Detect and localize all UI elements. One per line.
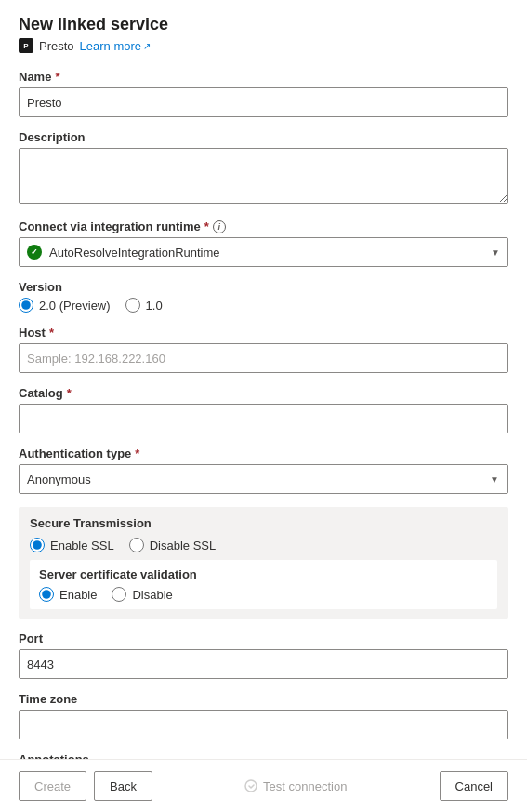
enable-ssl-label: Enable SSL xyxy=(50,539,114,552)
description-field-group: Description xyxy=(19,130,508,206)
presto-icon: P xyxy=(19,38,33,53)
annotations-label: Annotations xyxy=(19,752,508,759)
timezone-field-group: Time zone xyxy=(19,692,508,739)
enable-ssl-radio[interactable] xyxy=(30,538,45,552)
version-option2-radio[interactable] xyxy=(125,298,140,313)
disable-ssl-label: Disable SSL xyxy=(150,539,217,552)
learn-more-link[interactable]: Learn more ↗ xyxy=(80,39,151,53)
timezone-input[interactable] xyxy=(19,710,508,739)
name-required: * xyxy=(55,70,59,84)
external-link-icon: ↗ xyxy=(143,41,151,51)
version-option1-item[interactable]: 2.0 (Preview) xyxy=(19,298,111,313)
version-radio-group: 2.0 (Preview) 1.0 xyxy=(19,298,508,313)
cert-enable-label: Enable xyxy=(59,588,97,602)
auth-dropdown-container: Anonymous ▼ xyxy=(19,464,508,494)
test-connection-icon xyxy=(244,779,257,792)
auth-required: * xyxy=(135,446,139,460)
cert-enable-radio[interactable] xyxy=(39,587,54,602)
cert-disable-label: Disable xyxy=(132,588,172,602)
cert-enable-item[interactable]: Enable xyxy=(39,587,97,602)
cert-radio-group: Enable Disable xyxy=(39,587,488,602)
test-connection-label: Test connection xyxy=(263,779,347,793)
secure-label: Secure Transmission xyxy=(30,516,497,530)
secure-section: Secure Transmission Enable SSL Disable S… xyxy=(19,507,508,619)
annotations-section: Annotations + New xyxy=(19,752,508,759)
description-label: Description xyxy=(19,130,508,144)
host-required: * xyxy=(49,326,54,339)
catalog-label: Catalog * xyxy=(19,386,508,400)
auth-field-group: Authentication type * Anonymous ▼ xyxy=(19,446,508,494)
version-option1-label: 2.0 (Preview) xyxy=(39,299,111,313)
catalog-input[interactable] xyxy=(19,404,508,433)
port-field-group: Port xyxy=(19,632,508,679)
connect-required: * xyxy=(204,220,209,233)
create-button[interactable]: Create xyxy=(19,771,86,801)
page-title: New linked service xyxy=(19,15,508,34)
footer-bar: Create Back Test connection Cancel xyxy=(0,759,527,812)
version-option2-label: 1.0 xyxy=(146,299,163,313)
name-field-group: Name * xyxy=(19,70,508,117)
connect-info-icon[interactable]: i xyxy=(213,220,226,233)
cert-validation-label: Server certificate validation xyxy=(39,567,488,581)
connect-field-group: Connect via integration runtime * i Auto… xyxy=(19,220,508,267)
host-label: Host * xyxy=(19,326,508,339)
version-option1-radio[interactable] xyxy=(19,298,33,313)
ssl-radio-group: Enable SSL Disable SSL xyxy=(30,538,497,552)
service-type-label: Presto xyxy=(39,39,74,53)
version-label: Version xyxy=(19,280,508,294)
description-input[interactable] xyxy=(19,148,508,204)
port-input[interactable] xyxy=(19,649,508,679)
connect-label: Connect via integration runtime * i xyxy=(19,220,508,233)
port-label: Port xyxy=(19,632,508,646)
disable-ssl-item[interactable]: Disable SSL xyxy=(129,538,217,552)
cert-validation-section: Server certificate validation Enable Dis… xyxy=(30,560,497,609)
catalog-required: * xyxy=(67,386,72,400)
name-input[interactable] xyxy=(19,87,508,117)
timezone-label: Time zone xyxy=(19,692,508,706)
learn-more-text: Learn more xyxy=(80,39,141,53)
enable-ssl-item[interactable]: Enable SSL xyxy=(30,538,114,552)
version-field-group: Version 2.0 (Preview) 1.0 xyxy=(19,280,508,313)
test-connection-button: Test connection xyxy=(244,779,347,793)
connect-check-icon xyxy=(27,245,42,260)
cert-disable-item[interactable]: Disable xyxy=(112,587,172,602)
connect-value: AutoResolveIntegrationRuntime xyxy=(49,246,491,260)
name-label: Name * xyxy=(19,70,508,84)
svg-point-0 xyxy=(245,780,257,792)
host-field-group: Host * xyxy=(19,326,508,373)
connect-chevron-icon: ▼ xyxy=(491,247,500,258)
cert-disable-radio[interactable] xyxy=(112,587,126,602)
disable-ssl-radio[interactable] xyxy=(129,538,144,552)
panel: New linked service P Presto Learn more ↗… xyxy=(0,0,527,812)
subtitle-row: P Presto Learn more ↗ xyxy=(19,38,508,53)
auth-dropdown[interactable]: Anonymous xyxy=(19,464,508,494)
connect-dropdown[interactable]: AutoResolveIntegrationRuntime ▼ xyxy=(19,237,508,267)
catalog-field-group: Catalog * xyxy=(19,386,508,433)
back-button[interactable]: Back xyxy=(94,771,152,801)
version-option2-item[interactable]: 1.0 xyxy=(125,298,163,313)
content-area: New linked service P Presto Learn more ↗… xyxy=(0,0,527,759)
cancel-button[interactable]: Cancel xyxy=(440,771,508,801)
host-input[interactable] xyxy=(19,343,508,373)
auth-label: Authentication type * xyxy=(19,446,508,460)
